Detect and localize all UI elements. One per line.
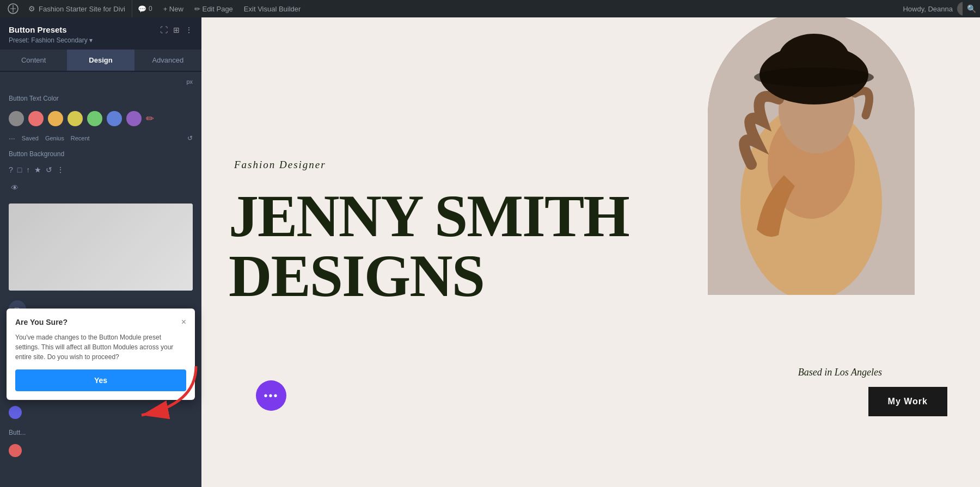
dots-icon: •••: [264, 390, 278, 402]
range-label: px: [186, 78, 193, 85]
refresh-icon[interactable]: ↺: [187, 134, 193, 142]
tab-design[interactable]: Design: [67, 50, 134, 71]
saved-badge: Saved: [22, 135, 39, 141]
based-in-label: Based in Los Angeles: [798, 367, 882, 378]
dialog-close-button[interactable]: ×: [181, 317, 186, 327]
tab-advanced[interactable]: Advanced: [134, 50, 201, 71]
button-bg-controls: 👁: [9, 182, 193, 194]
preset-selector[interactable]: Preset: Fashion Secondary ▾: [9, 36, 193, 44]
portrait-image: [708, 17, 915, 295]
swatch-purple[interactable]: [126, 111, 142, 126]
sidebar-panel: Button Presets ⛶ ⊞ ⋮ Preset: Fashion Sec…: [0, 17, 201, 487]
swatch-gray[interactable]: [9, 111, 24, 126]
portrait-arch: [708, 17, 915, 295]
dialog-body: You've made changes to the Button Module…: [15, 332, 186, 362]
swatch-blue[interactable]: [107, 111, 122, 126]
dots-icon[interactable]: ···: [9, 134, 15, 143]
swatch-yellow[interactable]: [68, 111, 83, 126]
layout-icon[interactable]: ⊞: [173, 26, 180, 34]
recent-badge[interactable]: Recent: [71, 135, 90, 141]
pen-icon[interactable]: ✏: [146, 113, 154, 125]
top-range-section: px: [9, 78, 193, 85]
button-background-label: Button Background: [9, 150, 193, 158]
main-layout: Button Presets ⛶ ⊞ ⋮ Preset: Fashion Sec…: [0, 17, 980, 487]
search-icon[interactable]: 🔍: [963, 0, 980, 17]
comments-icon: 💬: [138, 5, 146, 13]
genius-badge[interactable]: Genius: [45, 135, 64, 141]
wp-logo[interactable]: [4, 0, 22, 17]
fashion-designer-label: Fashion Designer: [234, 159, 326, 171]
saved-row: ··· Saved Genius Recent ↺: [9, 134, 193, 143]
panel-title: Button Presets: [9, 25, 67, 34]
admin-bar-right: Howdy, Deanna 🔍: [903, 2, 976, 16]
purple-dots-button[interactable]: •••: [256, 380, 286, 411]
dialog-yes-button[interactable]: Yes: [15, 369, 186, 391]
my-work-button[interactable]: My Work: [868, 387, 947, 416]
swatch-red[interactable]: [28, 111, 44, 126]
upload-icon[interactable]: ↑: [26, 165, 30, 174]
pin-icon[interactable]: ★: [34, 165, 41, 174]
sidebar-content: px Button Text Color ✏ ··· Saved Genius …: [0, 72, 201, 487]
extra-label-2: Butt...: [9, 429, 193, 436]
hero-name-line1: JENNY SMITH: [229, 186, 629, 246]
site-name[interactable]: ⚙ Fashion Starter Site for Divi: [22, 0, 132, 17]
button-text-color-label: Button Text Color: [9, 95, 193, 102]
sidebar-tabs: Content Design Advanced: [0, 50, 201, 72]
swatch-orange[interactable]: [48, 111, 63, 126]
sidebar-header: Button Presets ⛶ ⊞ ⋮ Preset: Fashion Sec…: [0, 17, 201, 50]
more-options-icon[interactable]: ⋮: [57, 165, 64, 174]
dialog-title: Are You Sure?: [15, 318, 68, 326]
confirm-dialog: Are You Sure? × You've made changes to t…: [7, 309, 195, 400]
dialog-header: Are You Sure? ×: [15, 317, 186, 327]
comments-link[interactable]: 💬 0: [132, 0, 158, 17]
hero-background: Fashion Designer JENNY SMITH DESIGNS Bas…: [201, 17, 980, 487]
edit-page-button[interactable]: ✏ Edit Page: [189, 0, 238, 17]
preview-inner: [9, 204, 193, 291]
fullscreen-icon[interactable]: ⛶: [160, 26, 168, 34]
svg-point-8: [754, 67, 874, 87]
hero-name: JENNY SMITH DESIGNS: [229, 186, 629, 306]
undo-icon[interactable]: ↺: [46, 165, 52, 174]
device-icon[interactable]: □: [17, 165, 22, 174]
button-bg-icons-row: ? □ ↑ ★ ↺ ⋮: [9, 165, 193, 174]
eye-icon[interactable]: 👁: [9, 182, 21, 194]
exit-visual-builder-button[interactable]: Exit Visual Builder: [238, 0, 307, 17]
more-icon[interactable]: ⋮: [185, 26, 193, 34]
preview-box: [9, 204, 193, 291]
canvas-area: Fashion Designer JENNY SMITH DESIGNS Bas…: [201, 17, 980, 487]
color-swatches: ✏: [9, 111, 193, 126]
swatch-green[interactable]: [87, 111, 102, 126]
help-icon[interactable]: ?: [9, 165, 13, 174]
new-button[interactable]: + New: [158, 0, 189, 17]
admin-bar: ⚙ Fashion Starter Site for Divi 💬 0 + Ne…: [0, 0, 980, 17]
hero-name-line2: DESIGNS: [229, 246, 629, 306]
tab-content[interactable]: Content: [0, 50, 67, 71]
